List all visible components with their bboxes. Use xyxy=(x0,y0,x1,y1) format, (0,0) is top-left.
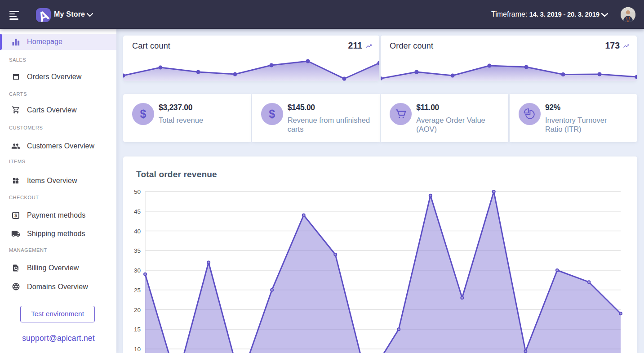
svg-text:A: A xyxy=(36,7,51,25)
svg-text:50: 50 xyxy=(134,188,141,195)
svg-text:45: 45 xyxy=(134,208,141,215)
svg-text:25: 25 xyxy=(134,287,141,294)
svg-text:15: 15 xyxy=(134,326,141,333)
svg-text:30: 30 xyxy=(134,267,141,274)
svg-text:10: 10 xyxy=(134,346,141,353)
svg-text:$: $ xyxy=(14,213,17,218)
svg-text:20: 20 xyxy=(134,307,141,313)
svg-text:35: 35 xyxy=(134,247,141,254)
svg-text:40: 40 xyxy=(134,228,141,235)
